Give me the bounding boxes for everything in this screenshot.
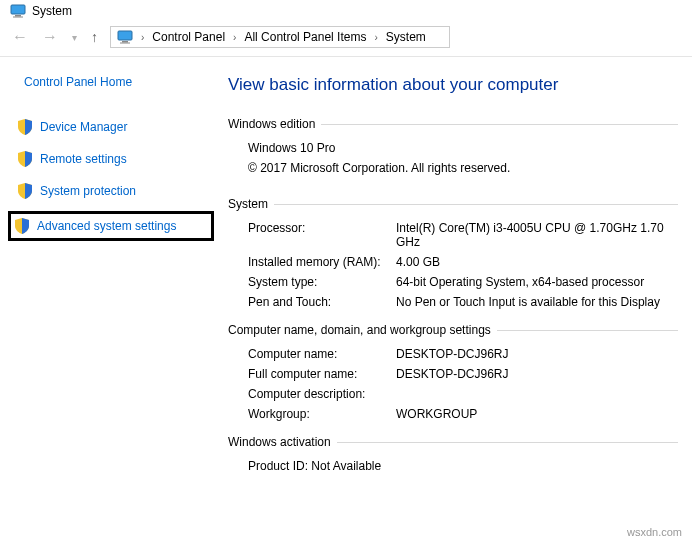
row-label: Workgroup: bbox=[248, 407, 396, 421]
svg-rect-5 bbox=[120, 43, 130, 44]
main-content: View basic information about your comput… bbox=[214, 75, 678, 487]
sidebar-item-label: Device Manager bbox=[40, 120, 127, 134]
row-label: Processor: bbox=[248, 221, 396, 249]
copyright-text: © 2017 Microsoft Corporation. All rights… bbox=[228, 161, 678, 175]
sidebar-item-advanced-system-settings[interactable]: Advanced system settings bbox=[8, 211, 214, 241]
watermark: wsxdn.com bbox=[627, 526, 682, 538]
row-computer-description: Computer description: bbox=[228, 387, 678, 401]
row-label: System type: bbox=[248, 275, 396, 289]
sidebar-item-label: Advanced system settings bbox=[37, 219, 176, 233]
sidebar-item-label: System protection bbox=[40, 184, 136, 198]
breadcrumb[interactable]: › Control Panel › All Control Panel Item… bbox=[110, 26, 450, 48]
row-value: WORKGROUP bbox=[396, 407, 477, 421]
section-title: Windows edition bbox=[228, 117, 321, 131]
row-value: No Pen or Touch Input is available for t… bbox=[396, 295, 660, 309]
system-icon bbox=[10, 4, 26, 18]
shield-icon bbox=[18, 151, 32, 167]
product-id: Product ID: Not Available bbox=[228, 459, 678, 473]
row-value: 4.00 GB bbox=[396, 255, 440, 269]
back-button[interactable]: ← bbox=[10, 28, 30, 46]
svg-rect-1 bbox=[15, 15, 21, 17]
section-title: System bbox=[228, 197, 274, 211]
shield-icon bbox=[15, 218, 29, 234]
control-panel-home-link[interactable]: Control Panel Home bbox=[24, 75, 214, 89]
svg-rect-4 bbox=[122, 41, 128, 43]
section-system: System Processor: Intel(R) Core(TM) i3-4… bbox=[228, 197, 678, 309]
breadcrumb-icon bbox=[117, 30, 133, 44]
breadcrumb-item-system[interactable]: System bbox=[386, 30, 426, 44]
row-full-computer-name: Full computer name: DESKTOP-DCJ96RJ bbox=[228, 367, 678, 381]
row-system-type: System type: 64-bit Operating System, x6… bbox=[228, 275, 678, 289]
svg-rect-3 bbox=[118, 31, 132, 40]
sidebar: Control Panel Home Device Manager Remote… bbox=[14, 75, 214, 487]
chevron-right-icon[interactable]: › bbox=[141, 32, 144, 43]
row-value: DESKTOP-DCJ96RJ bbox=[396, 347, 508, 361]
page-heading: View basic information about your comput… bbox=[228, 75, 678, 95]
navigation-bar: ← → ▾ ↑ › Control Panel › All Control Pa… bbox=[0, 22, 692, 57]
shield-icon bbox=[18, 119, 32, 135]
row-processor: Processor: Intel(R) Core(TM) i3-4005U CP… bbox=[228, 221, 678, 249]
row-value: 64-bit Operating System, x64-based proce… bbox=[396, 275, 644, 289]
row-label: Computer name: bbox=[248, 347, 396, 361]
row-ram: Installed memory (RAM): 4.00 GB bbox=[228, 255, 678, 269]
sidebar-item-label: Remote settings bbox=[40, 152, 127, 166]
chevron-right-icon[interactable]: › bbox=[374, 32, 377, 43]
sidebar-item-system-protection[interactable]: System protection bbox=[14, 179, 214, 203]
row-label: Pen and Touch: bbox=[248, 295, 396, 309]
os-name: Windows 10 Pro bbox=[228, 141, 678, 155]
row-label: Full computer name: bbox=[248, 367, 396, 381]
section-windows-edition: Windows edition Windows 10 Pro © 2017 Mi… bbox=[228, 117, 678, 175]
section-title: Computer name, domain, and workgroup set… bbox=[228, 323, 497, 337]
forward-button[interactable]: → bbox=[40, 28, 60, 46]
row-workgroup: Workgroup: WORKGROUP bbox=[228, 407, 678, 421]
sidebar-item-device-manager[interactable]: Device Manager bbox=[14, 115, 214, 139]
section-windows-activation: Windows activation Product ID: Not Avail… bbox=[228, 435, 678, 473]
window-title-text: System bbox=[32, 4, 72, 18]
breadcrumb-item-all-items[interactable]: All Control Panel Items bbox=[244, 30, 366, 44]
window-titlebar: System bbox=[0, 0, 692, 22]
row-label: Installed memory (RAM): bbox=[248, 255, 396, 269]
breadcrumb-item-control-panel[interactable]: Control Panel bbox=[152, 30, 225, 44]
row-value: DESKTOP-DCJ96RJ bbox=[396, 367, 508, 381]
row-value: Intel(R) Core(TM) i3-4005U CPU @ 1.70GHz… bbox=[396, 221, 678, 249]
row-label: Computer description: bbox=[248, 387, 396, 401]
shield-icon bbox=[18, 183, 32, 199]
up-button[interactable]: ↑ bbox=[89, 29, 100, 45]
row-pen-touch: Pen and Touch: No Pen or Touch Input is … bbox=[228, 295, 678, 309]
svg-rect-2 bbox=[13, 17, 23, 18]
chevron-right-icon[interactable]: › bbox=[233, 32, 236, 43]
recent-dropdown[interactable]: ▾ bbox=[70, 32, 79, 43]
sidebar-item-remote-settings[interactable]: Remote settings bbox=[14, 147, 214, 171]
section-title: Windows activation bbox=[228, 435, 337, 449]
section-computer-name: Computer name, domain, and workgroup set… bbox=[228, 323, 678, 421]
row-computer-name: Computer name: DESKTOP-DCJ96RJ bbox=[228, 347, 678, 361]
svg-rect-0 bbox=[11, 5, 25, 14]
